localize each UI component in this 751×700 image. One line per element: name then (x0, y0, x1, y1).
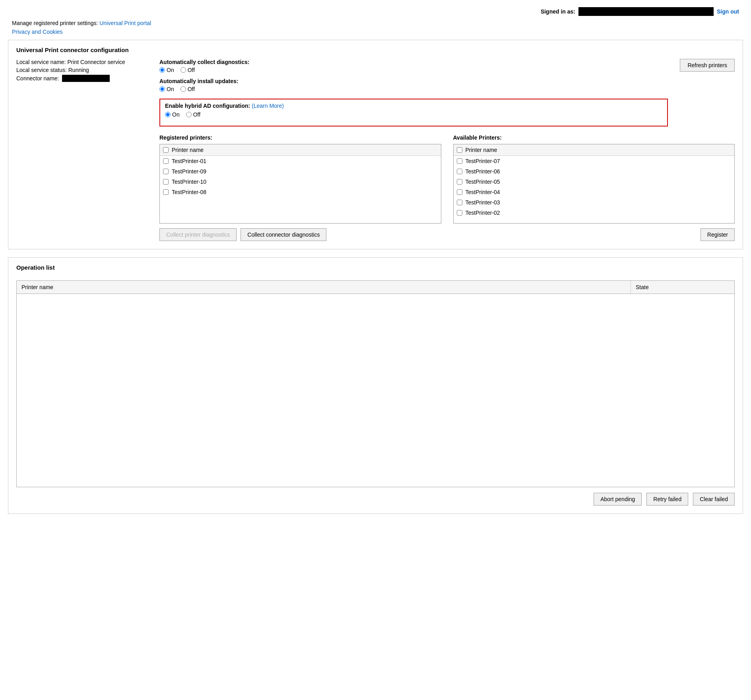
avail-printer-05-label: TestPrinter-05 (466, 179, 500, 185)
avail-printer-07-label: TestPrinter-07 (466, 158, 500, 164)
clear-failed-button[interactable]: Clear failed (693, 493, 735, 506)
local-service-status-label: Local service status: (16, 67, 67, 73)
auto-install-radio-row: On Off (159, 86, 668, 92)
auto-collect-on-label[interactable]: On (159, 67, 174, 73)
registered-printers-list: Printer name TestPrinter-01 TestPrinter-… (159, 144, 441, 224)
registered-col-header: Printer name (172, 147, 204, 153)
available-printers-col: Available Printers: Printer name TestPri… (453, 134, 735, 224)
list-item[interactable]: TestPrinter-04 (454, 187, 735, 197)
local-service-name-value: Print Connector service (67, 59, 125, 65)
avail-printer-05-checkbox[interactable] (457, 179, 462, 185)
auto-install-off-radio[interactable] (180, 86, 186, 92)
auto-collect-off-radio[interactable] (180, 67, 186, 73)
auto-collect-off-text: Off (188, 67, 195, 73)
auto-install-on-label[interactable]: On (159, 86, 174, 92)
hybrid-ad-on-label[interactable]: On (165, 111, 180, 118)
auto-collect-label: Automatically collect diagnostics: (159, 59, 668, 65)
auto-install-on-text: On (167, 86, 174, 92)
auto-install-off-label[interactable]: Off (180, 86, 195, 92)
collect-connector-diag-button[interactable]: Collect connector diagnostics (241, 228, 326, 241)
list-item[interactable]: TestPrinter-09 (160, 166, 441, 177)
avail-printer-04-label: TestPrinter-04 (466, 189, 500, 195)
operation-table-header: Printer name State (17, 281, 734, 294)
operation-list-title: Operation list (16, 264, 735, 274)
privacy-link[interactable]: Privacy and Cookies (12, 29, 63, 35)
auto-collect-on-radio[interactable] (159, 67, 165, 73)
reg-printer-08-checkbox[interactable] (163, 189, 169, 195)
refresh-printers-button[interactable]: Refresh printers (680, 59, 735, 72)
hybrid-ad-radio-row: On Off (165, 111, 662, 118)
avail-printer-06-checkbox[interactable] (457, 169, 462, 174)
reg-printer-09-checkbox[interactable] (163, 169, 169, 174)
registered-printers-title: Registered printers: (159, 134, 441, 141)
avail-printer-04-checkbox[interactable] (457, 189, 462, 195)
manage-text: Manage registered printer settings: (12, 20, 98, 26)
list-item[interactable]: TestPrinter-02 (454, 208, 735, 218)
auto-collect-off-label[interactable]: Off (180, 67, 195, 73)
hybrid-ad-label: Enable hybrid AD configuration: (165, 103, 250, 109)
connector-name-label: Connector name: (16, 75, 59, 82)
connector-name-block: Connector name: (16, 75, 144, 82)
local-service-name: Local service name: Print Connector serv… (16, 59, 144, 65)
auto-collect-on-text: On (167, 67, 174, 73)
avail-printer-03-label: TestPrinter-03 (466, 199, 500, 206)
registered-select-all-checkbox[interactable] (163, 147, 169, 153)
operation-list-section: Operation list Printer name State Abort … (8, 257, 743, 514)
connector-config-section: Universal Print connector configuration … (8, 40, 743, 249)
operation-body (17, 294, 734, 485)
connector-name-redacted (62, 75, 110, 82)
collect-printer-diag-button[interactable]: Collect printer diagnostics (159, 228, 237, 241)
list-item[interactable]: TestPrinter-03 (454, 197, 735, 208)
abort-pending-button[interactable]: Abort pending (594, 493, 642, 506)
reg-printer-01-checkbox[interactable] (163, 158, 169, 164)
list-item[interactable]: TestPrinter-08 (160, 187, 441, 197)
auto-collect-radio-row: On Off (159, 67, 668, 73)
operation-table: Printer name State (16, 280, 735, 487)
hybrid-ad-off-label[interactable]: Off (186, 111, 200, 118)
available-col-header: Printer name (466, 147, 497, 153)
available-printers-list: Printer name TestPrinter-07 TestPrinter-… (453, 144, 735, 224)
avail-printer-02-checkbox[interactable] (457, 210, 462, 216)
avail-printer-03-checkbox[interactable] (457, 200, 462, 205)
connector-config-title: Universal Print connector configuration (16, 47, 735, 53)
retry-failed-button[interactable]: Retry failed (646, 493, 688, 506)
avail-printer-07-checkbox[interactable] (457, 158, 462, 164)
reg-printer-10-label: TestPrinter-10 (172, 179, 206, 185)
auto-install-label: Automatically install updates: (159, 78, 668, 84)
sign-out-link[interactable]: Sign out (717, 8, 739, 15)
reg-printer-10-checkbox[interactable] (163, 179, 169, 185)
hybrid-ad-header: Enable hybrid AD configuration: (Learn M… (165, 103, 662, 109)
auto-install-on-radio[interactable] (159, 86, 165, 92)
manage-row: Manage registered printer settings: Univ… (0, 18, 751, 28)
local-service-status: Local service status: Running (16, 67, 144, 73)
signed-in-value (578, 7, 714, 16)
list-item[interactable]: TestPrinter-06 (454, 166, 735, 177)
reg-printer-09-label: TestPrinter-09 (172, 168, 206, 175)
list-item[interactable]: TestPrinter-01 (160, 156, 441, 166)
list-item[interactable]: TestPrinter-07 (454, 156, 735, 166)
local-service-name-label: Local service name: (16, 59, 66, 65)
hybrid-ad-on-radio[interactable] (165, 112, 171, 117)
diag-options: Automatically collect diagnostics: On Of… (159, 59, 668, 126)
available-select-all-checkbox[interactable] (457, 147, 462, 153)
hybrid-ad-off-radio[interactable] (186, 112, 192, 117)
registered-printers-header: Printer name (160, 144, 441, 156)
hybrid-ad-off-text: Off (193, 111, 200, 118)
op-buttons-row: Abort pending Retry failed Clear failed (16, 493, 735, 506)
printers-row: Registered printers: Printer name TestPr… (159, 134, 735, 224)
privacy-row: Privacy and Cookies (0, 28, 751, 40)
list-item[interactable]: TestPrinter-05 (454, 177, 735, 187)
register-button[interactable]: Register (701, 228, 735, 241)
available-printers-title: Available Printers: (453, 134, 735, 141)
config-right: Automatically collect diagnostics: On Of… (159, 59, 735, 241)
available-printers-header: Printer name (454, 144, 735, 156)
reg-printer-01-label: TestPrinter-01 (172, 158, 206, 164)
local-service-status-value: Running (68, 67, 89, 73)
hybrid-ad-learn-more[interactable]: (Learn More) (252, 103, 284, 109)
printer-buttons-row: Collect printer diagnostics Collect conn… (159, 228, 735, 241)
portal-link[interactable]: Universal Print portal (99, 20, 151, 26)
op-col-printer-header: Printer name (17, 281, 631, 294)
hybrid-ad-box: Enable hybrid AD configuration: (Learn M… (159, 99, 668, 126)
list-item[interactable]: TestPrinter-10 (160, 177, 441, 187)
registered-printers-col: Registered printers: Printer name TestPr… (159, 134, 441, 224)
